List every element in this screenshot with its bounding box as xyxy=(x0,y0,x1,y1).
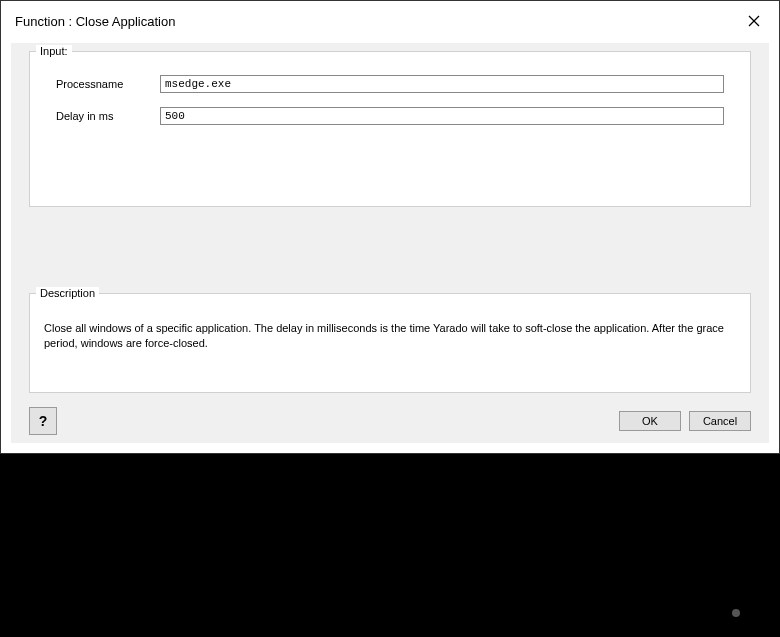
input-group: Input: Processname Delay in ms xyxy=(29,45,751,207)
bottom-bar: ? OK Cancel xyxy=(29,407,751,435)
input-legend: Input: xyxy=(36,45,72,57)
row-processname: Processname xyxy=(38,75,742,93)
titlebar: Function : Close Application xyxy=(1,1,779,41)
row-delay: Delay in ms xyxy=(38,107,742,125)
label-delay: Delay in ms xyxy=(38,110,160,122)
help-button[interactable]: ? xyxy=(29,407,57,435)
dialog-window: Function : Close Application Input: Proc… xyxy=(0,0,780,454)
dialog-body: Input: Processname Delay in ms Descripti… xyxy=(11,43,769,443)
close-icon xyxy=(748,15,760,27)
dialog-title: Function : Close Application xyxy=(15,14,175,29)
delay-input[interactable] xyxy=(160,107,724,125)
close-button[interactable] xyxy=(741,8,767,34)
input-wrap-delay xyxy=(160,107,742,125)
ok-button[interactable]: OK xyxy=(619,411,681,431)
label-processname: Processname xyxy=(38,78,160,90)
input-wrap-processname xyxy=(160,75,742,93)
description-text: Close all windows of a specific applicat… xyxy=(30,299,750,361)
description-group: Description Close all windows of a speci… xyxy=(29,287,751,393)
decorative-dot xyxy=(732,609,740,617)
description-legend: Description xyxy=(36,287,99,299)
input-rows: Processname Delay in ms xyxy=(30,57,750,147)
button-group: OK Cancel xyxy=(619,411,751,431)
processname-input[interactable] xyxy=(160,75,724,93)
cancel-button[interactable]: Cancel xyxy=(689,411,751,431)
